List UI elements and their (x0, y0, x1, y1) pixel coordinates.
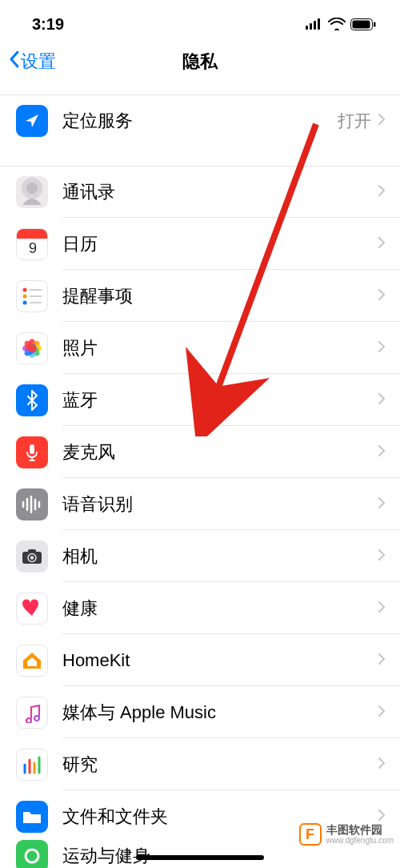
svg-text:9: 9 (29, 240, 37, 256)
row-label: 定位服务 (62, 109, 338, 133)
row-homekit[interactable]: HomeKit (0, 634, 400, 686)
wifi-icon (328, 18, 346, 30)
chevron-right-icon (378, 392, 386, 408)
row-label: 健康 (62, 597, 378, 621)
row-location-services[interactable]: 定位服务 打开 (0, 94, 400, 147)
status-right (306, 18, 376, 30)
row-reminders[interactable]: 提醒事项 (0, 270, 400, 322)
location-icon (16, 105, 48, 137)
calendar-icon: 9 (16, 228, 48, 260)
svg-rect-5 (353, 20, 370, 28)
back-button[interactable]: 设置 (0, 50, 56, 74)
chevron-right-icon (378, 705, 386, 721)
svg-rect-2 (314, 21, 316, 30)
chevron-right-icon (378, 809, 386, 825)
photos-icon (16, 332, 48, 364)
row-health[interactable]: 健康 (0, 582, 400, 634)
svg-rect-24 (30, 444, 34, 454)
chevron-right-icon (378, 340, 386, 356)
nav-bar: 设置 隐私 (0, 40, 400, 83)
svg-point-11 (23, 294, 27, 298)
watermark-title: 丰图软件园 (326, 824, 394, 836)
row-bluetooth[interactable]: 蓝牙 (0, 374, 400, 426)
fitness-icon (16, 840, 48, 868)
folder-icon (16, 801, 48, 833)
status-time: 3:19 (32, 15, 64, 34)
camera-icon (16, 540, 48, 573)
heart-icon (16, 593, 48, 625)
row-label: 通讯录 (62, 180, 378, 204)
row-label: 日历 (62, 232, 378, 256)
chevron-right-icon (378, 601, 386, 617)
chevron-right-icon (378, 113, 386, 129)
chevron-right-icon (378, 653, 386, 669)
row-research[interactable]: 研究 (0, 738, 400, 790)
row-photos[interactable]: 照片 (0, 322, 400, 374)
music-note-icon (16, 697, 48, 729)
chevron-right-icon (378, 444, 386, 460)
row-speech-recognition[interactable]: 语音识别 (0, 478, 400, 530)
svg-rect-1 (310, 23, 312, 30)
svg-rect-6 (374, 22, 376, 26)
row-calendar[interactable]: 9 日历 (0, 218, 400, 270)
row-label: 麦克风 (62, 440, 378, 464)
svg-rect-0 (306, 26, 308, 30)
watermark: F 丰图软件园 www.dgfengtu.com (299, 823, 394, 846)
row-camera[interactable]: 相机 (0, 530, 400, 582)
battery-icon (350, 18, 376, 30)
research-icon (16, 749, 48, 781)
row-microphone[interactable]: 麦克风 (0, 426, 400, 478)
watermark-url: www.dgfengtu.com (326, 836, 394, 845)
chevron-right-icon (378, 757, 386, 773)
page-title: 隐私 (182, 50, 218, 74)
chevron-right-icon (378, 549, 386, 565)
row-label: 蓝牙 (62, 388, 378, 412)
svg-point-38 (26, 850, 38, 862)
chevron-right-icon (378, 236, 386, 252)
chevron-right-icon (378, 496, 386, 512)
row-contacts[interactable]: 通讯录 (0, 166, 400, 218)
row-value: 打开 (338, 110, 371, 132)
bluetooth-icon (16, 384, 48, 416)
chevron-left-icon (8, 50, 21, 74)
row-label: 语音识别 (62, 492, 378, 516)
row-media-apple-music[interactable]: 媒体与 Apple Music (0, 686, 400, 738)
row-label: 研究 (62, 753, 378, 777)
back-label: 设置 (21, 50, 56, 74)
svg-point-33 (30, 556, 34, 559)
row-label: 提醒事项 (62, 284, 378, 308)
settings-list: 定位服务 打开 通讯录 9 日历 提醒事项 (0, 83, 400, 868)
row-label: HomeKit (62, 650, 378, 671)
home-indicator (136, 855, 264, 860)
watermark-logo: F (299, 823, 322, 846)
svg-rect-8 (17, 228, 47, 239)
waveform-icon (16, 488, 48, 520)
row-label: 相机 (62, 545, 378, 569)
reminders-icon (16, 280, 48, 312)
status-bar: 3:19 (0, 0, 400, 40)
microphone-icon (16, 436, 48, 468)
home-icon (16, 645, 48, 677)
svg-point-7 (26, 183, 38, 194)
row-label: 媒体与 Apple Music (62, 701, 378, 725)
svg-rect-31 (28, 549, 36, 553)
row-label: 照片 (62, 336, 378, 360)
svg-rect-3 (318, 18, 320, 30)
chevron-right-icon (378, 288, 386, 304)
svg-point-12 (23, 300, 27, 304)
cellular-signal-icon (306, 18, 323, 30)
svg-point-10 (23, 287, 27, 291)
contacts-icon (16, 176, 48, 208)
chevron-right-icon (378, 184, 386, 200)
